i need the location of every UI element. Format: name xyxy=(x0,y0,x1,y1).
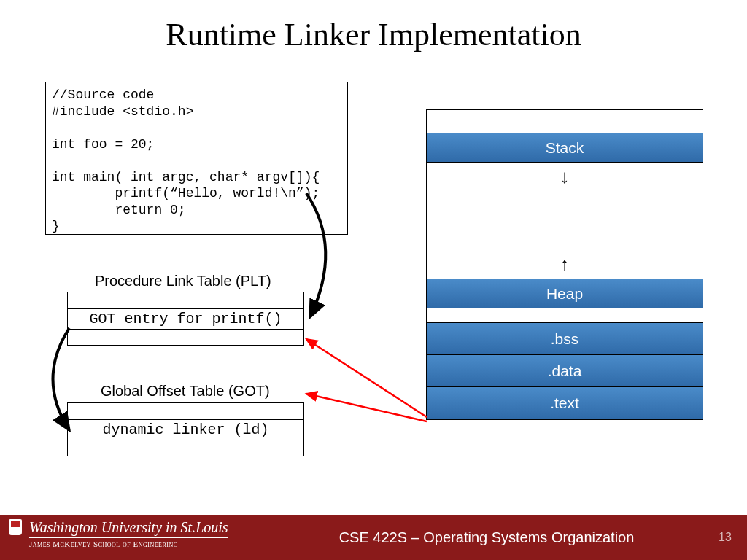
arrow-down-icon: ↓ xyxy=(560,166,570,188)
plt-table: GOT entry for printf() xyxy=(67,292,304,346)
university-name: Washington University in St.Louis xyxy=(29,519,228,538)
mem-text: .text xyxy=(427,387,703,419)
footer-bar: Washington University in St.Louis James … xyxy=(0,515,747,560)
mem-data: .data xyxy=(427,355,703,387)
page-number: 13 xyxy=(703,531,747,544)
plt-row-blank-top xyxy=(68,292,303,308)
slide-title: Runtime Linker Implementation xyxy=(0,16,747,53)
mem-blank-top xyxy=(427,110,703,133)
mem-stack: Stack xyxy=(427,133,703,163)
mem-blank-mid xyxy=(427,308,703,323)
mem-gap: ↓ ↑ xyxy=(427,163,703,279)
school-name: James McKelvey School of Engineering xyxy=(29,540,228,548)
got-row-blank-top xyxy=(68,403,303,419)
plt-label: Procedure Link Table (PLT) xyxy=(95,273,271,289)
memory-layout: Stack ↓ ↑ Heap .bss .data .text xyxy=(426,109,703,420)
footer-logo: Washington University in St.Louis James … xyxy=(0,515,270,560)
got-row-blank-bottom xyxy=(68,440,303,456)
plt-row-entry: GOT entry for printf() xyxy=(68,308,303,329)
arrow-up-icon: ↑ xyxy=(560,253,570,276)
got-row-entry: dynamic linker (ld) xyxy=(68,419,303,440)
got-table: dynamic linker (ld) xyxy=(67,402,304,456)
source-code-box: //Source code #include <stdio.h> int foo… xyxy=(45,82,348,235)
mem-heap: Heap xyxy=(427,279,703,308)
plt-row-blank-bottom xyxy=(68,329,303,345)
course-title: CSE 422S – Operating Systems Organizatio… xyxy=(270,529,703,546)
got-label: Global Offset Table (GOT) xyxy=(101,383,270,400)
shield-icon xyxy=(9,519,22,535)
mem-bss: .bss xyxy=(427,323,703,355)
